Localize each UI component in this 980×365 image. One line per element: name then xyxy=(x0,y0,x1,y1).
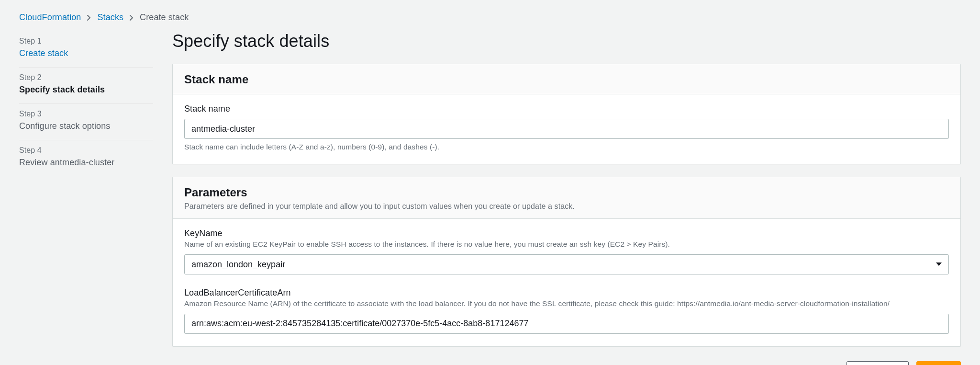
breadcrumb-cloudformation[interactable]: CloudFormation xyxy=(19,12,81,23)
page-title: Specify stack details xyxy=(172,31,961,51)
chevron-right-icon xyxy=(129,14,134,21)
cancel-button[interactable]: Cancel xyxy=(787,361,839,365)
chevron-right-icon xyxy=(87,14,91,21)
wizard-step-number: Step 3 xyxy=(19,110,153,118)
wizard-step-title: Create stack xyxy=(19,48,153,58)
param-keyname-label: KeyName xyxy=(184,228,949,239)
wizard-step-title: Review antmedia-cluster xyxy=(19,158,153,168)
stack-name-input[interactable] xyxy=(184,119,949,139)
parameters-heading: Parameters xyxy=(184,186,949,199)
wizard-step-number: Step 2 xyxy=(19,73,153,82)
wizard-step-number: Step 1 xyxy=(19,37,153,46)
panel-header: Parameters Parameters are defined in you… xyxy=(173,177,960,219)
param-keyname-desc: Name of an existing EC2 KeyPair to enabl… xyxy=(184,240,949,250)
wizard-steps: Step 1 Create stack Step 2 Specify stack… xyxy=(19,29,153,176)
parameters-panel: Parameters Parameters are defined in you… xyxy=(172,177,961,347)
stack-name-heading: Stack name xyxy=(184,73,949,86)
next-button[interactable]: Next xyxy=(916,361,961,365)
param-lbcertarn-input[interactable] xyxy=(184,314,949,334)
breadcrumb-stacks[interactable]: Stacks xyxy=(97,12,123,23)
param-keyname-select[interactable]: amazon_london_keypair xyxy=(184,254,949,274)
param-lbcertarn-label: LoadBalancerCertificateArn xyxy=(184,288,949,298)
breadcrumb: CloudFormation Stacks Create stack xyxy=(19,12,961,23)
wizard-step-1[interactable]: Step 1 Create stack xyxy=(19,31,153,68)
wizard-step-title: Configure stack options xyxy=(19,121,153,131)
stack-name-hint: Stack name can include letters (A-Z and … xyxy=(184,143,949,151)
wizard-step-title: Specify stack details xyxy=(19,85,153,95)
wizard-step-4: Step 4 Review antmedia-cluster xyxy=(19,140,153,176)
stack-name-panel: Stack name Stack name Stack name can inc… xyxy=(172,64,961,164)
wizard-step-2: Step 2 Specify stack details xyxy=(19,68,153,104)
panel-header: Stack name xyxy=(173,64,960,94)
parameters-subheading: Parameters are defined in your template … xyxy=(184,202,949,211)
stack-name-label: Stack name xyxy=(184,104,949,114)
breadcrumb-current: Create stack xyxy=(140,12,189,23)
main-content: Specify stack details Stack name Stack n… xyxy=(172,29,961,365)
wizard-footer: Cancel Previous Next xyxy=(172,359,961,365)
previous-button[interactable]: Previous xyxy=(846,361,909,365)
param-lbcertarn-desc: Amazon Resource Name (ARN) of the certif… xyxy=(184,299,949,309)
wizard-step-3: Step 3 Configure stack options xyxy=(19,104,153,140)
wizard-step-number: Step 4 xyxy=(19,146,153,155)
